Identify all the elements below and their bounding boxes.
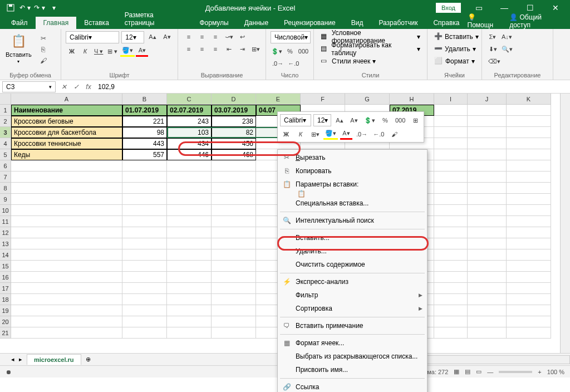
cell[interactable] xyxy=(468,249,507,261)
record-macro-icon[interactable]: ⏺ xyxy=(6,369,12,375)
mini-fill-icon[interactable]: 🪣▾ xyxy=(323,129,338,140)
cell[interactable] xyxy=(468,205,507,216)
cell[interactable] xyxy=(212,261,256,272)
mini-font-combo[interactable]: Calibri▾ xyxy=(280,114,311,126)
cell[interactable] xyxy=(468,194,507,205)
ctx-paste-default[interactable]: 📋 xyxy=(278,191,427,197)
cell[interactable] xyxy=(507,261,551,272)
cell[interactable] xyxy=(468,183,507,194)
merge-icon[interactable]: ⊞▾ xyxy=(249,43,262,55)
cell[interactable] xyxy=(507,171,551,183)
format-painter-icon[interactable]: 🖌 xyxy=(37,56,50,66)
cell[interactable] xyxy=(468,261,507,272)
cells-format-button[interactable]: ⬜Формат▾ xyxy=(432,56,477,67)
vertical-scrollbar[interactable] xyxy=(560,94,570,353)
share-button[interactable]: 👤 Общий доступ xyxy=(509,13,563,29)
mini-merge-icon[interactable]: ⊞ xyxy=(409,115,421,126)
cell[interactable] xyxy=(11,294,122,305)
cell[interactable] xyxy=(11,238,122,249)
ctx-sort[interactable]: Сортировка▶ xyxy=(278,302,427,315)
cell[interactable] xyxy=(167,249,212,261)
indent-inc-icon[interactable]: ⇥ xyxy=(236,43,248,55)
cell[interactable] xyxy=(11,194,122,205)
cell[interactable] xyxy=(468,327,507,339)
cell[interactable] xyxy=(11,283,122,294)
cell[interactable]: 446 xyxy=(167,149,212,160)
align-right-icon[interactable]: ≡ xyxy=(209,43,222,55)
cell[interactable] xyxy=(122,205,167,216)
cancel-icon[interactable]: ✕ xyxy=(58,83,70,91)
cell[interactable]: 02.07.2019 xyxy=(167,105,212,116)
underline-button[interactable]: Ч ▾ xyxy=(92,46,105,57)
autosum-icon[interactable]: Σ▾ xyxy=(487,31,499,42)
cell[interactable] xyxy=(212,227,256,238)
align-left-icon[interactable]: ≡ xyxy=(183,43,195,55)
cell[interactable] xyxy=(434,127,468,138)
tab-insert[interactable]: Вставка xyxy=(76,17,117,29)
cell[interactable] xyxy=(434,327,468,339)
cell[interactable] xyxy=(507,305,551,316)
mini-border-icon[interactable]: ⊞▾ xyxy=(309,129,321,140)
cell[interactable] xyxy=(507,149,551,160)
cell[interactable] xyxy=(11,327,122,339)
bold-button[interactable]: Ж xyxy=(66,46,78,57)
cell[interactable] xyxy=(11,216,122,227)
cell[interactable] xyxy=(11,261,122,272)
cell[interactable] xyxy=(434,105,468,116)
cell[interactable] xyxy=(212,205,256,216)
cell[interactable] xyxy=(434,149,468,160)
thousands-icon[interactable]: 000 xyxy=(297,46,309,57)
cell[interactable] xyxy=(212,305,256,316)
ctx-quick-analysis[interactable]: ⚡Экспресс-анализ xyxy=(278,275,427,288)
tab-view[interactable]: Вид xyxy=(343,17,371,29)
cell[interactable] xyxy=(167,205,212,216)
cell[interactable] xyxy=(507,316,551,327)
cell[interactable] xyxy=(468,283,507,294)
mini-painter-icon[interactable]: 🖌 xyxy=(388,129,400,140)
cell[interactable] xyxy=(468,216,507,227)
ctx-format-cells[interactable]: ▦Формат ячеек... xyxy=(278,336,427,350)
cell[interactable] xyxy=(212,294,256,305)
ctx-comment[interactable]: 🗨Вставить примечание xyxy=(278,319,427,332)
cell[interactable] xyxy=(167,183,212,194)
cell[interactable] xyxy=(468,294,507,305)
ctx-cut[interactable]: ✂Вырезать xyxy=(278,151,427,164)
cell[interactable] xyxy=(434,116,468,127)
tell-me[interactable]: 💡 Помощн xyxy=(468,13,503,29)
zoom-out-icon[interactable]: — xyxy=(487,369,493,375)
cell[interactable]: Кеды xyxy=(11,149,122,160)
cell[interactable] xyxy=(507,294,551,305)
cell[interactable] xyxy=(434,216,468,227)
cell[interactable] xyxy=(212,160,256,171)
cell[interactable] xyxy=(11,183,122,194)
cell[interactable] xyxy=(212,216,256,227)
cell[interactable] xyxy=(507,105,551,116)
tab-layout[interactable]: Разметка страницы xyxy=(117,9,192,29)
cell[interactable] xyxy=(434,261,468,272)
ctx-dropdown-list[interactable]: Выбрать из раскрывающегося списка... xyxy=(278,350,427,363)
cell[interactable]: 03.07.2019 xyxy=(212,105,256,116)
cell[interactable] xyxy=(122,227,167,238)
font-name-combo[interactable]: Calibri ▾ xyxy=(66,31,119,43)
new-sheet-icon[interactable]: ⊕ xyxy=(86,356,91,363)
cell[interactable] xyxy=(468,305,507,316)
cell[interactable] xyxy=(122,183,167,194)
cell[interactable] xyxy=(11,249,122,261)
cell[interactable] xyxy=(434,238,468,249)
ctx-insert[interactable]: Вставить... xyxy=(278,231,427,244)
cell[interactable] xyxy=(11,227,122,238)
mini-italic-button[interactable]: К xyxy=(294,129,307,140)
cell[interactable] xyxy=(507,227,551,238)
cell[interactable] xyxy=(468,171,507,183)
find-icon[interactable]: 🔍▾ xyxy=(500,43,514,55)
undo-icon[interactable]: ↶ ▾ xyxy=(19,2,31,14)
fill-icon[interactable]: ⬇▾ xyxy=(487,43,499,55)
view-layout-icon[interactable]: ▤ xyxy=(465,368,470,375)
ctx-copy[interactable]: ⎘Копировать xyxy=(278,164,427,178)
view-normal-icon[interactable]: ▦ xyxy=(454,368,459,375)
tab-home[interactable]: Главная xyxy=(36,17,77,29)
cell[interactable] xyxy=(434,272,468,283)
cell[interactable] xyxy=(434,183,468,194)
fill-color-icon[interactable]: 🪣▾ xyxy=(120,46,135,57)
cell[interactable] xyxy=(507,283,551,294)
